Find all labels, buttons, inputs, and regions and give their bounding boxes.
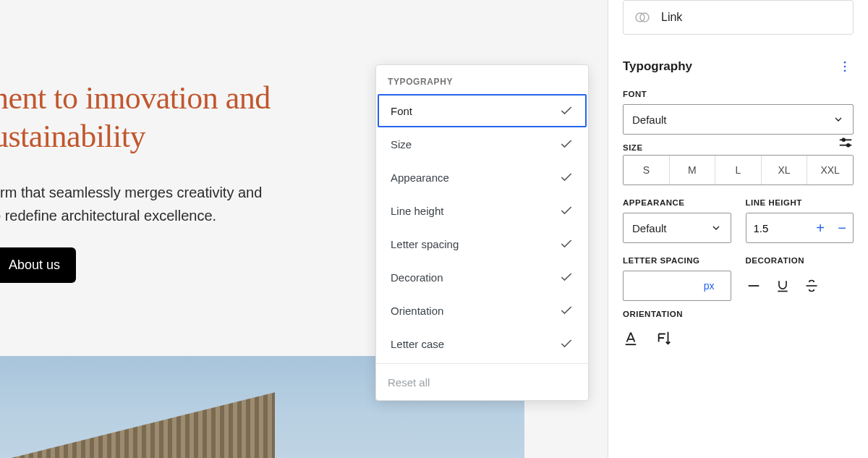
size-option-s[interactable]: S: [624, 156, 670, 185]
line-height-input[interactable]: [746, 213, 810, 242]
popover-item-label: Line height: [391, 205, 443, 217]
popover-item-line-height[interactable]: Line height: [378, 194, 587, 227]
check-icon: [559, 170, 574, 185]
popover-item-label: Appearance: [391, 171, 449, 184]
size-option-xxl[interactable]: XXL: [807, 156, 853, 185]
popover-item-decoration[interactable]: Decoration: [378, 260, 587, 294]
size-button-group: SMLXLXXL: [623, 155, 854, 185]
popover-item-label: Size: [391, 138, 412, 150]
line-height-label: LINE HEIGHT: [746, 190, 854, 213]
line-height-decrement[interactable]: −: [831, 213, 853, 242]
link-card-label: Link: [661, 11, 682, 24]
svg-point-8: [847, 144, 850, 147]
link-color-card[interactable]: Link: [623, 0, 854, 35]
appearance-label: APPEARANCE: [623, 190, 731, 213]
chevron-down-icon: [710, 222, 722, 234]
chevron-down-icon: [833, 114, 844, 125]
letter-spacing-label: LETTER SPACING: [623, 247, 731, 271]
decoration-group: [746, 271, 854, 301]
reset-all-button[interactable]: Reset all: [376, 364, 588, 400]
typography-section-title: Typography: [623, 59, 692, 74]
link-color-swatch-icon: [634, 9, 651, 26]
check-icon: [559, 303, 574, 318]
check-icon: [559, 103, 574, 118]
popover-item-label: Letter case: [391, 338, 444, 350]
orientation-label: ORIENTATION: [608, 301, 868, 324]
decoration-strikethrough-button[interactable]: [804, 278, 820, 294]
letter-spacing-unit[interactable]: px: [704, 280, 722, 292]
check-icon: [559, 137, 574, 151]
hero-subtitle[interactable]: firm that seamlessly merges creativity a…: [0, 181, 369, 227]
size-label: SIZE: [623, 135, 838, 152]
size-option-l[interactable]: L: [715, 156, 762, 185]
popover-item-letter-case[interactable]: Letter case: [378, 327, 587, 360]
typography-options-button[interactable]: [836, 58, 854, 75]
popover-item-appearance[interactable]: Appearance: [378, 161, 587, 194]
decoration-none-button[interactable]: [746, 278, 762, 294]
orientation-horizontal-button[interactable]: [623, 330, 639, 349]
check-icon: [559, 237, 574, 251]
line-height-increment[interactable]: +: [809, 213, 831, 242]
popover-item-letter-spacing[interactable]: Letter spacing: [378, 227, 587, 260]
typography-options-popover: TYPOGRAPHY FontSizeAppearanceLine height…: [375, 64, 589, 401]
hero-block: nent to innovation and ustainability fir…: [0, 80, 369, 283]
check-icon: [559, 336, 574, 351]
size-option-xl[interactable]: XL: [762, 156, 808, 185]
popover-item-font[interactable]: Font: [378, 94, 587, 127]
popover-item-label: Decoration: [391, 271, 443, 284]
decoration-label: DECORATION: [746, 247, 854, 271]
orientation-vertical-button[interactable]: [656, 330, 672, 349]
popover-item-label: Orientation: [391, 305, 443, 317]
popover-header: TYPOGRAPHY: [376, 65, 588, 94]
check-icon: [559, 203, 574, 218]
check-icon: [559, 270, 574, 284]
orientation-group: [608, 324, 868, 355]
font-label: FONT: [608, 81, 868, 104]
svg-point-3: [844, 66, 846, 68]
popover-item-label: Letter spacing: [391, 238, 459, 250]
letter-spacing-input[interactable]: px: [623, 271, 731, 301]
size-custom-toggle[interactable]: [838, 135, 854, 150]
appearance-select[interactable]: Default: [623, 213, 731, 243]
editor-canvas: nent to innovation and ustainability fir…: [0, 0, 608, 458]
line-height-stepper[interactable]: + −: [746, 213, 854, 243]
popover-item-orientation[interactable]: Orientation: [378, 294, 587, 327]
hero-title[interactable]: nent to innovation and ustainability: [0, 80, 369, 156]
settings-sidebar: Link Typography FONT Default SIZE SMLXLX…: [608, 0, 868, 458]
size-option-m[interactable]: M: [670, 156, 716, 185]
svg-point-6: [842, 139, 845, 142]
popover-item-label: Font: [391, 105, 412, 117]
svg-point-2: [844, 62, 846, 64]
popover-item-size[interactable]: Size: [378, 127, 587, 161]
font-select[interactable]: Default: [623, 104, 854, 135]
decoration-underline-button[interactable]: [775, 278, 791, 294]
svg-point-4: [844, 70, 846, 72]
about-us-button[interactable]: About us: [0, 247, 76, 283]
